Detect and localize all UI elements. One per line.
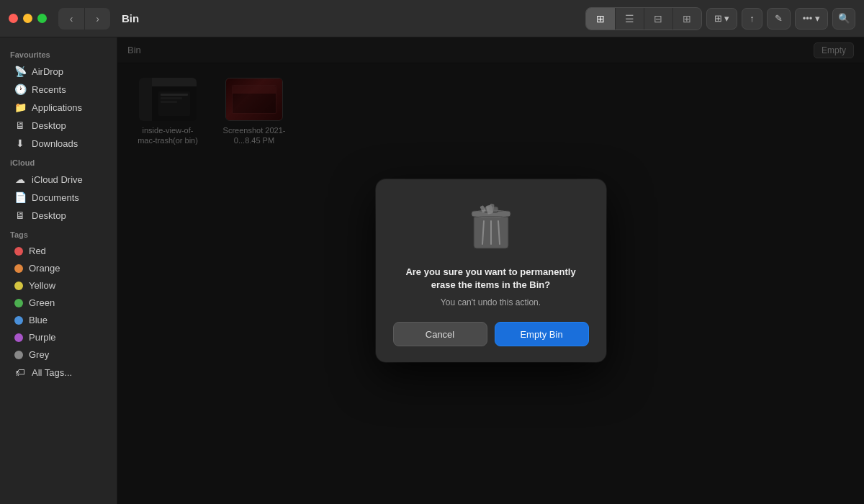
icloud-drive-icon: ☁ — [14, 174, 26, 185]
dialog-overlay: Are you sure you want to permanently era… — [117, 37, 864, 504]
tag-color-dot — [14, 247, 23, 256]
tag-button[interactable]: ✎ — [767, 8, 791, 30]
dialog-subtitle: You can't undo this action. — [441, 297, 541, 307]
sidebar-item-documents[interactable]: 📄 Documents — [4, 189, 112, 206]
sidebar-item-tag-green[interactable]: Green — [4, 294, 112, 311]
sidebar-item-tag-purple[interactable]: Purple — [4, 329, 112, 346]
back-button[interactable]: ‹ — [58, 8, 84, 30]
sidebar: Favourites 📡 AirDrop 🕐 Recents 📁 Applica… — [0, 37, 117, 504]
sidebar-item-label: AirDrop — [32, 66, 63, 77]
applications-icon: 📁 — [14, 102, 26, 113]
tag-color-dot — [14, 316, 23, 325]
trash-icon — [468, 199, 514, 253]
dialog-title: Are you sure you want to permanently era… — [393, 266, 589, 292]
main-container: Favourites 📡 AirDrop 🕐 Recents 📁 Applica… — [0, 37, 864, 504]
sidebar-item-tag-grey[interactable]: Grey — [4, 346, 112, 363]
share-button[interactable]: ↑ — [742, 8, 762, 30]
tags-section-title: Tags — [0, 225, 117, 242]
dialog-buttons: Cancel Empty Bin — [393, 322, 589, 346]
sidebar-item-tag-blue[interactable]: Blue — [4, 312, 112, 328]
sidebar-item-label: iCloud Drive — [32, 174, 83, 185]
tag-label: Grey — [29, 349, 49, 360]
trash-icon-wrapper — [468, 199, 514, 256]
icloud-desktop-icon: 🖥 — [14, 210, 26, 221]
view-group: ⊞ ☰ ⊟ ⊞ — [585, 7, 702, 30]
forward-button[interactable]: › — [84, 8, 110, 30]
tag-color-dot — [14, 264, 23, 273]
view-gallery-btn[interactable]: ⊞ — [672, 8, 701, 30]
tag-label: Blue — [29, 315, 48, 325]
maximize-button[interactable] — [37, 14, 47, 23]
window-title: Bin — [122, 12, 580, 24]
view-icon-btn[interactable]: ⊞ — [586, 8, 615, 30]
sidebar-item-icloud-desktop[interactable]: 🖥 Desktop — [4, 207, 112, 224]
all-tags-icon: 🏷 — [14, 366, 26, 378]
empty-bin-button[interactable]: Empty Bin — [495, 322, 589, 346]
tag-color-dot — [14, 299, 23, 307]
icloud-section-title: iCloud — [0, 153, 117, 170]
sidebar-item-desktop[interactable]: 🖥 Desktop — [4, 117, 112, 134]
toolbar-right: ⊞ ☰ ⊟ ⊞ ⊞ ▾ ↑ ✎ ••• ▾ 🔍 — [585, 7, 855, 30]
documents-icon: 📄 — [14, 192, 26, 203]
sidebar-item-label: Applications — [32, 102, 82, 113]
sidebar-item-label: Desktop — [32, 210, 66, 221]
desktop-icon: 🖥 — [14, 120, 26, 131]
nav-buttons: ‹ › — [58, 8, 110, 30]
tag-label: Red — [29, 246, 46, 256]
sidebar-item-label: Desktop — [32, 120, 66, 131]
tag-color-dot — [14, 282, 23, 290]
close-button[interactable] — [9, 14, 18, 23]
group-button[interactable]: ⊞ ▾ — [706, 8, 738, 30]
tag-label: Yellow — [29, 280, 55, 291]
sidebar-item-downloads[interactable]: ⬇ Downloads — [4, 135, 112, 152]
downloads-icon: ⬇ — [14, 138, 26, 149]
sidebar-item-tag-all tags...[interactable]: 🏷All Tags... — [4, 364, 112, 381]
action-button[interactable]: ••• ▾ — [795, 8, 828, 30]
tag-label: Purple — [29, 332, 56, 343]
recents-icon: 🕐 — [14, 84, 26, 95]
tag-color-dot — [14, 351, 23, 359]
sidebar-item-label: Downloads — [32, 138, 78, 149]
sidebar-item-tag-red[interactable]: Red — [4, 243, 112, 259]
view-list-btn[interactable]: ☰ — [615, 8, 644, 30]
airdrop-icon: 📡 — [14, 66, 26, 77]
view-column-btn[interactable]: ⊟ — [644, 8, 672, 30]
sidebar-item-tag-orange[interactable]: Orange — [4, 260, 112, 276]
cancel-button[interactable]: Cancel — [393, 322, 487, 346]
tag-label: Orange — [29, 263, 60, 274]
sidebar-item-recents[interactable]: 🕐 Recents — [4, 81, 112, 98]
minimize-button[interactable] — [23, 14, 32, 23]
content-area: Bin Empty — [117, 37, 864, 504]
sidebar-item-tag-yellow[interactable]: Yellow — [4, 277, 112, 294]
favourites-section-title: Favourites — [0, 45, 117, 62]
search-button[interactable]: 🔍 — [832, 8, 855, 30]
titlebar: ‹ › Bin ⊞ ☰ ⊟ ⊞ ⊞ ▾ ↑ ✎ ••• ▾ 🔍 — [0, 0, 864, 37]
sidebar-item-applications[interactable]: 📁 Applications — [4, 99, 112, 116]
sidebar-item-label: Recents — [32, 84, 66, 95]
tag-color-dot — [14, 333, 23, 342]
sidebar-item-airdrop[interactable]: 📡 AirDrop — [4, 63, 112, 80]
empty-bin-dialog: Are you sure you want to permanently era… — [376, 179, 606, 362]
tag-label: All Tags... — [32, 367, 72, 378]
tag-label: Green — [29, 297, 55, 308]
window-controls — [9, 14, 47, 23]
sidebar-item-icloud-drive[interactable]: ☁ iCloud Drive — [4, 171, 112, 188]
sidebar-item-label: Documents — [32, 192, 79, 203]
